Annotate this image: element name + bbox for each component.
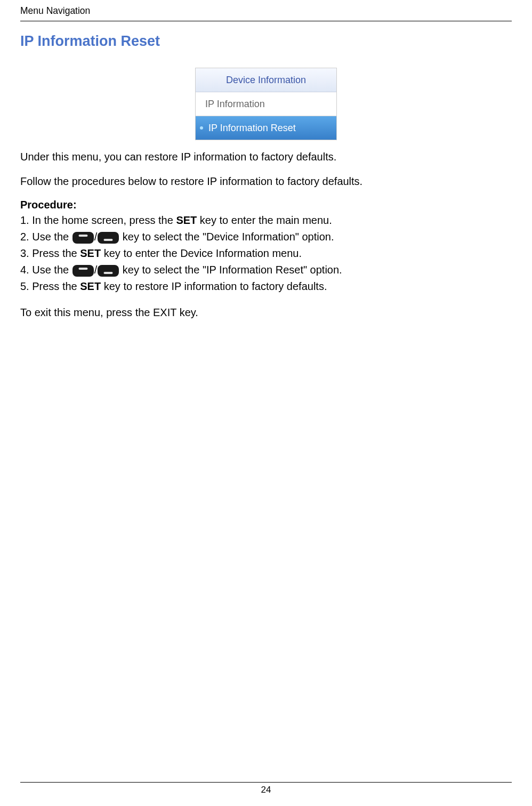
device-menu-screenshot: Device Information IP Information IP Inf… xyxy=(195,68,337,140)
up-key-icon xyxy=(72,265,94,277)
procedure-label: Procedure: xyxy=(20,199,512,211)
set-key: SET xyxy=(80,247,101,259)
page-footer: 24 xyxy=(20,782,512,795)
step-4: 4. Use the / key to select the "IP Infor… xyxy=(20,262,512,278)
menu-item-label: IP Information Reset xyxy=(208,123,296,134)
page-number: 24 xyxy=(261,785,271,795)
down-key-icon xyxy=(98,265,119,277)
section-title: IP Information Reset xyxy=(20,33,512,50)
menu-item-ip-information: IP Information xyxy=(196,92,336,116)
menu-item-label: IP Information xyxy=(205,99,265,110)
footer-rule xyxy=(20,782,512,783)
page-header: Menu Navigation xyxy=(20,5,512,21)
exit-key: EXIT xyxy=(153,307,176,318)
up-key-icon xyxy=(72,232,94,244)
breadcrumb: Menu Navigation xyxy=(20,5,90,16)
exit-text: To exit this menu, press the EXIT key. xyxy=(20,305,512,319)
step-5: 5. Press the SET key to restore IP infor… xyxy=(20,278,512,295)
menu-item-ip-information-reset: IP Information Reset xyxy=(196,116,336,140)
follow-text: Follow the procedures below to restore I… xyxy=(20,174,512,188)
set-key: SET xyxy=(176,214,197,226)
intro-text: Under this menu, you can restore IP info… xyxy=(20,150,512,164)
step-3: 3. Press the SET key to enter the Device… xyxy=(20,245,512,262)
set-key: SET xyxy=(80,280,101,292)
down-key-icon xyxy=(98,232,119,244)
step-1: 1. In the home screen, press the SET key… xyxy=(20,212,512,229)
menu-header-label: Device Information xyxy=(226,75,306,86)
menu-header-row: Device Information xyxy=(196,68,336,92)
step-2: 2. Use the / key to select the "Device I… xyxy=(20,229,512,245)
